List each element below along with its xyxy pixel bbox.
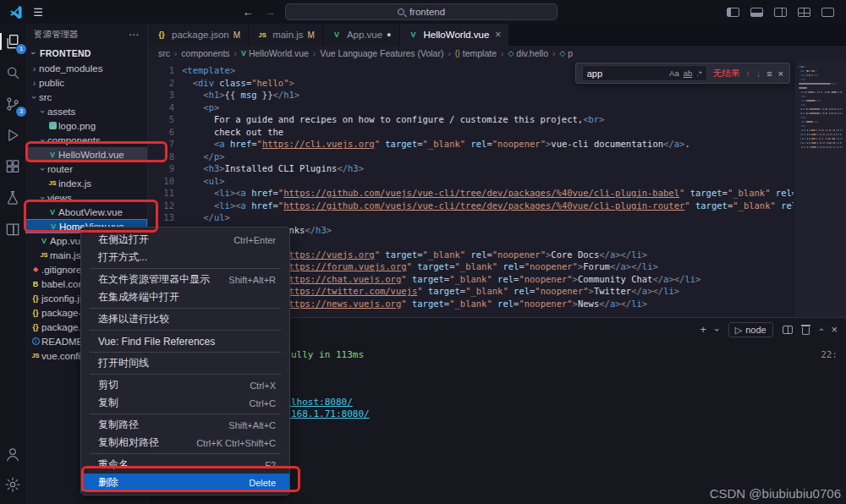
tree-item-HelloWorld.vue[interactable]: VHelloWorld.vue — [25, 147, 147, 162]
menu-item-在集成终端中打开[interactable]: 在集成终端中打开 — [81, 288, 289, 306]
breadcrumb[interactable]: src›components›VHelloWorld.vue›Vue Langu… — [148, 46, 846, 61]
code-line[interactable]: <li><a href="https://github.com/vuejs/vu… — [182, 200, 846, 212]
menu-item-label: 选择以进行比较 — [98, 312, 169, 326]
code-line[interactable]: </ul> — [182, 211, 846, 224]
find-previous-icon[interactable]: ↑ — [745, 68, 750, 79]
close-find-icon[interactable]: × — [778, 68, 783, 79]
activity-account-icon[interactable] — [3, 445, 22, 463]
breadcrumb-item[interactable]: VHelloWorld.vue — [241, 48, 309, 58]
code-line[interactable]: </p> — [182, 151, 846, 163]
tree-item-logo.png[interactable]: logo.png — [25, 118, 147, 133]
customize-layout-icon[interactable] — [798, 8, 810, 17]
code-token: https://news.vuejs.org — [283, 299, 401, 309]
tree-item-index.js[interactable]: JSindex.js — [25, 176, 147, 190]
activity-explorer-icon[interactable]: 1 — [3, 32, 22, 51]
workspace-section-header[interactable]: › FRONTEND — [25, 46, 147, 61]
tab-package.json[interactable]: {}package.jsonM — [148, 24, 249, 46]
kill-terminal-icon[interactable] — [802, 327, 810, 335]
minimap-line — [799, 108, 842, 110]
menu-item-打开方式...[interactable]: 打开方式... — [81, 249, 289, 266]
minimap-segment — [799, 125, 800, 127]
tree-item-label: HelloWorld.vue — [58, 150, 124, 160]
js-file-icon: JS — [38, 251, 50, 259]
code-line[interactable]: For a guide and recipes on how to config… — [182, 113, 846, 126]
code-line[interactable]: <li><a href="https://github.com/vuejs/vu… — [182, 187, 846, 200]
find-results: 无结果 — [713, 68, 740, 79]
code-line[interactable]: <h1>{{ msg }}</h1> — [182, 89, 846, 101]
forward-arrow-icon[interactable]: → — [263, 6, 277, 19]
menu-item-复制[interactable]: 复制Ctrl+C — [81, 394, 289, 412]
regex-icon[interactable]: .* — [696, 68, 701, 78]
breadcrumb-item[interactable]: ◇p — [559, 48, 573, 58]
terminal-shell-tab[interactable]: ▷ node — [728, 322, 773, 337]
code-token: Forum — [583, 261, 610, 271]
menu-item-剪切[interactable]: 剪切Ctrl+X — [81, 376, 289, 394]
menu-item-在侧边打开[interactable]: 在侧边打开Ctrl+Enter — [81, 231, 289, 249]
code-line[interactable]: check out the — [182, 126, 846, 139]
menu-item-复制相对路径[interactable]: 复制相对路径Ctrl+K Ctrl+Shift+C — [81, 434, 289, 452]
breadcrumb-item[interactable]: src — [158, 48, 170, 58]
code-line[interactable]: <h3>Installed CLI Plugins</h3> — [182, 162, 846, 175]
breadcrumb-item[interactable]: Vue Language Features (Volar) — [320, 48, 443, 58]
code-token — [182, 188, 214, 198]
breadcrumb-item[interactable]: {}template — [455, 48, 497, 58]
new-terminal-icon[interactable]: + — [700, 324, 707, 336]
menu-item-重命名...[interactable]: 重命名...F2 — [81, 456, 289, 474]
tab-HelloWorld.vue[interactable]: VHelloWorld.vue× — [400, 24, 510, 46]
menu-item-在文件资源管理器中显示[interactable]: 在文件资源管理器中显示Shift+Alt+R — [81, 271, 289, 288]
tree-item-public[interactable]: ›public — [25, 75, 147, 90]
menu-item-删除[interactable]: 删除Delete — [81, 474, 289, 491]
code-line[interactable]: <ul> — [182, 175, 846, 188]
find-in-selection-icon[interactable]: ≡ — [766, 68, 772, 79]
activity-testing-icon[interactable] — [3, 189, 22, 207]
tree-item-node_modules[interactable]: ›node_modules — [25, 61, 147, 75]
code-line[interactable]: <a href="https://cli.vuejs.org" target="… — [182, 138, 846, 151]
code-line[interactable]: <p> — [182, 101, 846, 114]
tree-item-AboutView.vue[interactable]: VAboutView.vue — [25, 205, 147, 219]
menu-item-Vue: Find File References[interactable]: Vue: Find File References — [81, 332, 289, 350]
tab-main.js[interactable]: JSmain.jsM — [249, 24, 323, 46]
menu-item-打开时间线[interactable]: 打开时间线 — [81, 354, 289, 372]
menu-item-选择以进行比较[interactable]: 选择以进行比较 — [81, 310, 289, 328]
close-tab-icon[interactable]: × — [495, 29, 501, 41]
back-arrow-icon[interactable]: ← — [241, 6, 255, 19]
toggle-panel-icon[interactable] — [750, 8, 763, 17]
activity-source-control-icon[interactable]: 3 — [3, 95, 22, 113]
split-terminal-icon[interactable] — [783, 326, 793, 334]
tree-item-assets[interactable]: ›assets — [25, 104, 147, 118]
restore-window-icon[interactable] — [821, 8, 834, 17]
menu-item-shortcut: Ctrl+C — [250, 398, 276, 408]
minimap-segment — [836, 146, 837, 148]
tab-App.vue[interactable]: VApp.vue● — [323, 24, 400, 46]
code-token: class — [219, 78, 246, 88]
activity-extensions-icon[interactable] — [3, 157, 22, 176]
minimap[interactable] — [794, 61, 846, 317]
minimap-segment — [801, 74, 802, 76]
match-case-icon[interactable]: Aa — [669, 68, 679, 78]
activity-run-debug-icon[interactable] — [3, 126, 22, 145]
whole-word-icon[interactable]: ab — [684, 68, 693, 78]
minimap-segment — [801, 100, 802, 101]
breadcrumb-item[interactable]: ◇div.hello — [508, 48, 548, 58]
minimap-segment — [804, 91, 805, 93]
find-input[interactable]: app Aa ab .* — [582, 65, 707, 81]
menu-item-label: 重命名... — [98, 457, 137, 472]
tree-item-src[interactable]: ›src — [25, 90, 147, 104]
toggle-secondary-sidebar-icon[interactable] — [774, 8, 787, 17]
tree-item-router[interactable]: ›router — [25, 162, 147, 176]
terminal-dropdown-icon[interactable]: › — [711, 328, 723, 331]
tree-item-views[interactable]: ›views — [25, 190, 147, 205]
maximize-panel-icon[interactable]: › — [815, 328, 827, 331]
close-panel-icon[interactable]: × — [831, 324, 838, 336]
toggle-sidebar-icon[interactable] — [727, 8, 739, 17]
tree-item-components[interactable]: ›components — [25, 133, 147, 147]
breadcrumb-item[interactable]: components — [181, 48, 229, 58]
activity-search-icon[interactable] — [3, 63, 22, 82]
command-center-search[interactable]: frontend — [285, 3, 558, 20]
activity-references-icon[interactable] — [3, 220, 22, 238]
find-next-icon[interactable]: ↓ — [756, 68, 761, 79]
explorer-actions-icon[interactable]: ⋯ — [129, 29, 139, 41]
activity-settings-icon[interactable] — [3, 475, 22, 494]
menu-item-复制路径[interactable]: 复制路径Shift+Alt+C — [81, 416, 289, 434]
menu-icon[interactable]: ☰ — [31, 6, 45, 19]
